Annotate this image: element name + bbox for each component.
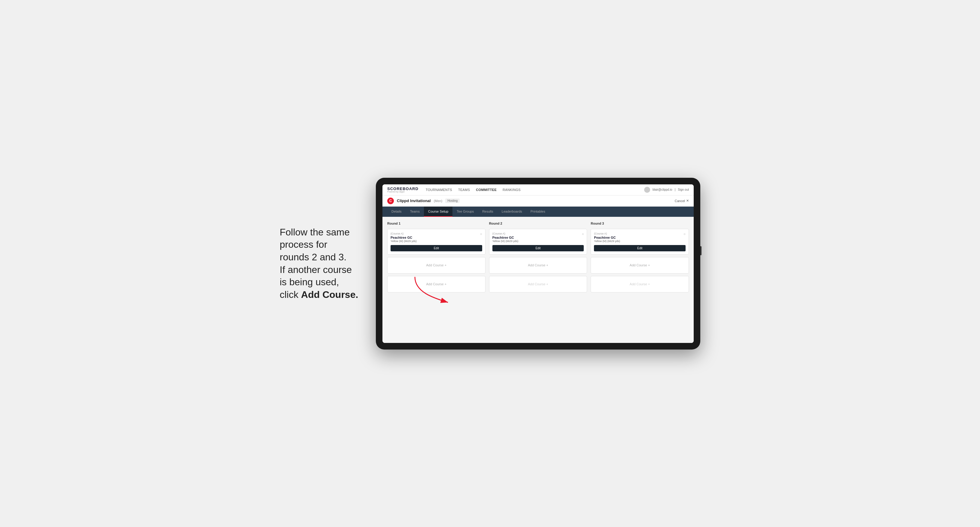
- close-icon: ✕: [686, 199, 689, 203]
- round-1-course-card: (Course A) ○ Peachtree GC Yellow (M) (66…: [387, 229, 485, 255]
- instruction-text: Follow the same process for rounds 2 and…: [280, 226, 364, 301]
- main-content: Round 1 (Course A) ○ Peachtree GC Yellow…: [382, 217, 694, 343]
- plus-icon-5: +: [648, 264, 650, 267]
- round-1-edit-button[interactable]: Edit: [391, 245, 482, 251]
- round-2-title: Round 2: [489, 222, 587, 225]
- sub-header: C Clippd Invitational (Men) Hosting Canc…: [382, 195, 694, 206]
- tab-bar: Details Teams Course Setup Tee Groups Re…: [382, 206, 694, 217]
- round-2-course-card: (Course A) ○ Peachtree GC Yellow (M) (66…: [489, 229, 587, 255]
- nav-committee[interactable]: COMMITTEE: [476, 188, 496, 192]
- round-1-add-course-2[interactable]: Add Course +: [387, 276, 485, 292]
- plus-icon-6: +: [648, 282, 650, 286]
- nav-right: blair@clippd.io | Sign out: [644, 187, 689, 193]
- cancel-button[interactable]: Cancel ✕: [675, 199, 689, 203]
- hosting-badge: Hosting: [445, 198, 460, 203]
- sign-out-link[interactable]: Sign out: [678, 188, 689, 191]
- logo-text: SCOREBOARD: [387, 187, 418, 190]
- round-1-column: Round 1 (Course A) ○ Peachtree GC Yellow…: [387, 222, 485, 292]
- tab-teams[interactable]: Teams: [406, 206, 424, 217]
- round-3-add-course-text-2: Add Course +: [630, 282, 650, 286]
- clippd-icon: C: [387, 198, 394, 204]
- top-nav: SCOREBOARD Powered by clippd TOURNAMENTS…: [382, 184, 694, 195]
- round-3-delete-icon[interactable]: ○: [684, 232, 686, 236]
- round-3-add-course-1[interactable]: Add Course +: [591, 257, 689, 273]
- plus-icon-3: +: [546, 264, 548, 267]
- nav-links: TOURNAMENTS TEAMS COMMITTEE RANKINGS: [426, 188, 637, 192]
- round-2-course-label: (Course A): [492, 232, 505, 235]
- round-3-add-course-text-1: Add Course +: [630, 264, 650, 267]
- round-3-course-name: Peachtree GC: [594, 236, 686, 239]
- round-2-delete-icon[interactable]: ○: [582, 232, 584, 236]
- tab-details[interactable]: Details: [387, 206, 406, 217]
- nav-rankings[interactable]: RANKINGS: [503, 188, 521, 192]
- round-1-title: Round 1: [387, 222, 485, 225]
- round-1-add-course-text-2: Add Course +: [426, 282, 447, 286]
- tablet-frame: SCOREBOARD Powered by clippd TOURNAMENTS…: [376, 178, 700, 349]
- plus-icon-4: +: [546, 282, 548, 286]
- instruction-bold: Add Course.: [301, 289, 358, 300]
- round-3-title: Round 3: [591, 222, 689, 225]
- round-2-add-course-2: Add Course +: [489, 276, 587, 292]
- nav-tournaments[interactable]: TOURNAMENTS: [426, 188, 452, 192]
- round-2-course-details: Yellow (M) (6629 yds): [492, 240, 584, 243]
- tab-results[interactable]: Results: [478, 206, 498, 217]
- round-2-course-name: Peachtree GC: [492, 236, 584, 239]
- logo-sub: Powered by clippd: [387, 190, 418, 193]
- round-3-column: Round 3 (Course A) ○ Peachtree GC Yellow…: [591, 222, 689, 292]
- men-label: (Men): [434, 199, 442, 203]
- tournament-name: Clippd Invitational: [397, 198, 431, 203]
- tablet-screen: SCOREBOARD Powered by clippd TOURNAMENTS…: [382, 184, 694, 343]
- round-3-add-course-2: Add Course +: [591, 276, 689, 292]
- round-2-column: Round 2 (Course A) ○ Peachtree GC Yellow…: [489, 222, 587, 292]
- tab-course-setup[interactable]: Course Setup: [424, 206, 452, 217]
- round-2-add-course-text-2: Add Course +: [528, 282, 548, 286]
- round-3-edit-button[interactable]: Edit: [594, 245, 686, 251]
- round-3-course-details: Yellow (M) (6629 yds): [594, 240, 686, 243]
- round-1-course-details: Yellow (M) (6629 yds): [391, 240, 482, 243]
- round-1-add-course-text-1: Add Course +: [426, 264, 447, 267]
- nav-teams[interactable]: TEAMS: [458, 188, 470, 192]
- logo-area: SCOREBOARD Powered by clippd: [387, 187, 418, 193]
- plus-icon-2: +: [445, 282, 446, 286]
- round-3-course-label: (Course A): [594, 232, 607, 235]
- sub-header-left: C Clippd Invitational (Men) Hosting: [387, 198, 460, 204]
- page-wrapper: Follow the same process for rounds 2 and…: [280, 178, 700, 349]
- nav-separator: |: [675, 188, 676, 191]
- round-2-add-course-text-1: Add Course +: [528, 264, 548, 267]
- user-email: blair@clippd.io: [652, 188, 672, 191]
- round-1-course-label: (Course A): [391, 232, 404, 235]
- round-1-add-course-1[interactable]: Add Course +: [387, 257, 485, 273]
- tab-printables[interactable]: Printables: [527, 206, 549, 217]
- tab-tee-groups[interactable]: Tee Groups: [452, 206, 478, 217]
- round-2-edit-button[interactable]: Edit: [492, 245, 584, 251]
- tablet-side-button: [700, 246, 702, 255]
- round-1-course-name: Peachtree GC: [391, 236, 482, 239]
- tab-leaderboards[interactable]: Leaderboards: [498, 206, 527, 217]
- round-2-add-course-1[interactable]: Add Course +: [489, 257, 587, 273]
- user-avatar: [644, 187, 650, 193]
- rounds-grid: Round 1 (Course A) ○ Peachtree GC Yellow…: [387, 222, 689, 292]
- round-3-course-card: (Course A) ○ Peachtree GC Yellow (M) (66…: [591, 229, 689, 255]
- round-1-delete-icon[interactable]: ○: [480, 232, 482, 236]
- plus-icon-1: +: [445, 264, 446, 267]
